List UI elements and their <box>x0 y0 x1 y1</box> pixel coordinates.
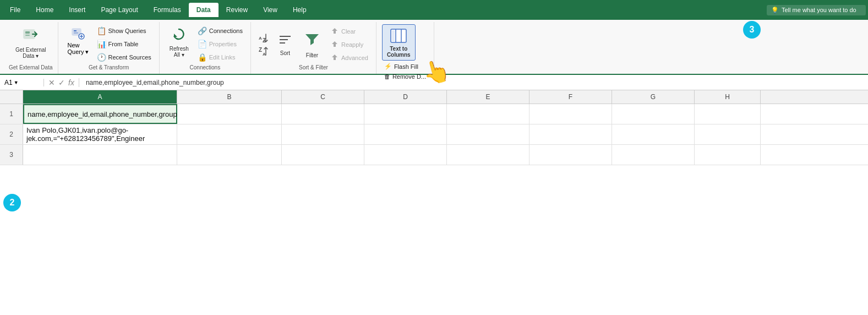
cell-d3[interactable] <box>364 145 447 165</box>
cell-c3[interactable] <box>282 145 364 165</box>
col-header-c[interactable]: C <box>282 90 364 104</box>
tab-view[interactable]: View <box>255 3 285 17</box>
clear-button[interactable]: Clear <box>328 25 370 37</box>
properties-button[interactable]: 📄 Properties <box>195 39 245 50</box>
row-num-3: 3 <box>0 145 23 165</box>
cell-ref-dropdown-icon[interactable]: ▼ <box>14 80 19 85</box>
col-header-b[interactable]: B <box>177 90 282 104</box>
cell-a2[interactable]: Ivan Polo,GJK01,ivan.polo@go-jek.com,="+… <box>23 124 177 144</box>
cell-f3[interactable] <box>529 145 612 165</box>
show-queries-button[interactable]: 📋 Show Queries <box>95 25 154 36</box>
from-table-icon: 📊 <box>97 40 106 48</box>
remove-duplicates-button[interactable]: 🗑 Remove D... <box>382 72 428 81</box>
sort-az-button[interactable]: A Z <box>256 32 270 44</box>
cell-a3[interactable] <box>23 145 177 165</box>
tab-review[interactable]: Review <box>219 3 255 17</box>
cell-b2[interactable] <box>177 124 282 144</box>
cell-g3[interactable] <box>612 145 695 165</box>
tab-page-layout[interactable]: Page Layout <box>93 3 145 17</box>
table-row: 2 Ivan Polo,GJK01,ivan.polo@go-jek.com,=… <box>0 124 868 145</box>
sort-icon <box>278 32 292 49</box>
text-to-columns-icon <box>390 27 407 46</box>
sort-za-button[interactable]: Z A <box>256 45 270 57</box>
cancel-formula-icon[interactable]: ✕ <box>48 78 55 87</box>
svg-rect-1 <box>25 31 30 34</box>
from-table-button[interactable]: 📊 From Table <box>95 39 154 50</box>
cell-g2[interactable] <box>612 124 695 144</box>
sort-arrows-group: A Z Z A <box>256 32 270 57</box>
tab-file[interactable]: File <box>2 3 28 17</box>
reapply-button[interactable]: Reapply <box>328 39 370 51</box>
cell-e2[interactable] <box>447 124 529 144</box>
lightbulb-icon: 💡 <box>771 7 779 14</box>
cell-h3[interactable] <box>695 145 761 165</box>
cell-f2[interactable] <box>529 124 612 144</box>
col-header-a[interactable]: A <box>23 90 177 104</box>
group-data-tools: Text toColumns ⚡ Flash Fill 🗑 Remove D..… <box>376 22 434 74</box>
cell-e3[interactable] <box>447 145 529 165</box>
reapply-label: Reapply <box>341 41 363 48</box>
group-get-external-label: Get External Data <box>9 64 52 72</box>
recent-sources-icon: 🕐 <box>97 53 106 62</box>
flash-fill-button[interactable]: ⚡ Flash Fill <box>382 62 421 71</box>
get-external-data-button[interactable]: Get ExternalData ▾ <box>11 24 51 61</box>
cell-c1[interactable] <box>282 104 364 124</box>
advanced-icon <box>330 53 339 63</box>
show-queries-label: Show Queries <box>108 28 146 34</box>
table-row: 1 name,employee_id,email,phone_number,gr… <box>0 104 868 124</box>
cell-f1[interactable] <box>529 104 612 124</box>
cell-a1[interactable]: name,employee_id,email,phone_number,grou… <box>23 104 177 124</box>
group-sort-filter: A Z Z A <box>251 22 376 74</box>
search-box[interactable]: 💡 Tell me what you want to do <box>767 5 866 15</box>
properties-label: Properties <box>209 41 237 47</box>
tab-data[interactable]: Data <box>189 3 219 17</box>
text-to-columns-button[interactable]: Text toColumns <box>382 24 416 61</box>
group-get-transform: NewQuery ▾ 📋 Show Queries 📊 From Table 🕐… <box>58 22 159 74</box>
col-header-h[interactable]: H <box>695 90 761 104</box>
col-header-g[interactable]: G <box>612 90 695 104</box>
connections-button[interactable]: 🔗 Connections <box>195 25 245 36</box>
new-query-icon <box>71 26 85 42</box>
cell-reference-box[interactable]: A1 ▼ <box>0 79 44 86</box>
badge-3: 3 <box>743 21 761 39</box>
cell-d1[interactable] <box>364 104 447 124</box>
tab-formulas[interactable]: Formulas <box>146 3 189 17</box>
get-external-data-label: Get ExternalData ▾ <box>15 47 46 59</box>
cell-g1[interactable] <box>612 104 695 124</box>
cell-b1[interactable] <box>177 104 282 124</box>
edit-links-label: Edit Links <box>209 54 236 61</box>
cell-d2[interactable] <box>364 124 447 144</box>
ribbon: Get ExternalData ▾ Get External Data <box>0 20 868 75</box>
tab-home[interactable]: Home <box>28 3 61 17</box>
advanced-button[interactable]: Advanced <box>328 52 370 64</box>
cell-b3[interactable] <box>177 145 282 165</box>
flash-fill-icon: ⚡ <box>384 63 392 70</box>
cell-e1[interactable] <box>447 104 529 124</box>
edit-links-button[interactable]: 🔒 Edit Links <box>195 52 245 63</box>
svg-rect-5 <box>74 32 78 34</box>
tab-help[interactable]: Help <box>285 3 314 17</box>
new-query-button[interactable]: NewQuery ▾ <box>64 24 92 58</box>
clear-label: Clear <box>341 28 356 35</box>
properties-icon: 📄 <box>198 40 207 48</box>
row-num-corner <box>0 90 23 104</box>
text-to-columns-label: Text toColumns <box>387 46 411 58</box>
get-external-data-icon <box>23 26 39 46</box>
tab-insert[interactable]: Insert <box>61 3 93 17</box>
filter-button[interactable]: Filter <box>299 29 325 61</box>
refresh-all-button[interactable]: RefreshAll ▾ <box>165 24 193 60</box>
cell-h1[interactable] <box>695 104 761 124</box>
edit-links-icon: 🔒 <box>198 53 207 62</box>
recent-sources-button[interactable]: 🕐 Recent Sources <box>95 52 154 63</box>
col-header-e[interactable]: E <box>447 90 529 104</box>
cell-c2[interactable] <box>282 124 364 144</box>
refresh-icon <box>171 26 187 45</box>
confirm-formula-icon[interactable]: ✓ <box>58 78 65 87</box>
sort-button[interactable]: Sort <box>274 30 296 58</box>
formula-controls: ✕ ✓ fx <box>44 78 79 87</box>
insert-function-icon[interactable]: fx <box>68 78 74 87</box>
col-header-f[interactable]: F <box>529 90 612 104</box>
cell-h2[interactable] <box>695 124 761 144</box>
col-header-d[interactable]: D <box>364 90 447 104</box>
svg-text:A: A <box>259 36 262 41</box>
